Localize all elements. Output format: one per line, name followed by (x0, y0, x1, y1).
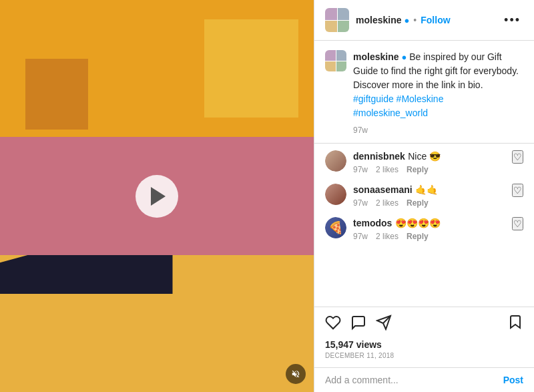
header-info: moleskine ● • Follow (356, 15, 501, 25)
comment-likes-3: 2 likes (376, 232, 398, 241)
comment-meta-1: 97w 2 likes Reply (353, 165, 523, 174)
comment-username-2[interactable]: sonaasemani (353, 184, 413, 195)
comment-text-2: 🤙🤙 (415, 184, 438, 195)
caption-text: moleskine● Be inspired by our Gift Guide… (353, 50, 523, 136)
mute-button[interactable] (286, 364, 306, 384)
bookmark-button[interactable] (507, 314, 523, 334)
comment-time-1: 97w (353, 165, 368, 174)
comment-time-2: 97w (353, 198, 368, 208)
comment-likes-1: 2 likes (376, 165, 398, 174)
post-date: DECEMBER 11, 2018 (325, 352, 523, 359)
caption-time: 97w (353, 124, 523, 136)
comment-avatar-2 (325, 184, 346, 205)
comment-body-1: dennisbnek Nice 😎 97w 2 likes Reply (353, 150, 523, 174)
comment-time-3: 97w (353, 232, 368, 241)
caption-avatar (325, 50, 346, 71)
play-button[interactable] (136, 175, 178, 218)
comment-reply-2[interactable]: Reply (407, 198, 429, 208)
comment-item: 🍕 temodos 😍😍😍😍 97w 2 likes Reply ♡ (325, 217, 523, 241)
header-username[interactable]: moleskine (356, 15, 401, 25)
caption-username[interactable]: moleskine (353, 51, 398, 62)
post-comment-button[interactable]: Post (503, 375, 523, 385)
comment-reply-3[interactable]: Reply (407, 232, 429, 241)
caption-area: moleskine● Be inspired by our Gift Guide… (314, 41, 534, 144)
comment-button[interactable] (350, 315, 366, 333)
caption-hashtags: #giftguide #Moleskine #moleskine_world (353, 92, 523, 120)
comments-area: dennisbnek Nice 😎 97w 2 likes Reply ♡ so… (314, 144, 534, 307)
share-button[interactable] (376, 315, 392, 333)
comment-like-2[interactable]: ♡ (512, 184, 523, 197)
action-icons (325, 314, 523, 334)
dot-separator: • (413, 15, 417, 25)
comment-like-1[interactable]: ♡ (512, 150, 523, 164)
video-panel (0, 0, 314, 392)
comment-text-1: Nice 😎 (408, 151, 441, 162)
comment-username-3[interactable]: temodos (353, 218, 392, 228)
views-count: 15,947 views (325, 339, 523, 350)
comment-item: dennisbnek Nice 😎 97w 2 likes Reply ♡ (325, 150, 523, 174)
comment-avatar-1 (325, 150, 346, 172)
comment-input[interactable] (325, 375, 503, 385)
verified-badge: ● (404, 15, 409, 25)
comment-username-1[interactable]: dennisbnek (353, 151, 405, 162)
comment-meta-2: 97w 2 likes Reply (353, 198, 523, 208)
comment-likes-2: 2 likes (376, 198, 398, 208)
comment-reply-1[interactable]: Reply (407, 165, 429, 174)
comment-body-3: temodos 😍😍😍😍 97w 2 likes Reply (353, 217, 523, 241)
comment-item: sonaasemani 🤙🤙 97w 2 likes Reply ♡ (325, 184, 523, 208)
play-icon (151, 187, 166, 206)
add-comment-row: Post (314, 367, 534, 392)
more-button[interactable]: ••• (501, 13, 523, 27)
avatar (325, 8, 349, 32)
like-button[interactable] (325, 315, 341, 333)
comment-like-3[interactable]: ♡ (512, 217, 523, 230)
post-header: moleskine ● • Follow ••• (314, 0, 534, 41)
comment-text-3: 😍😍😍😍 (395, 218, 441, 228)
comment-meta-3: 97w 2 likes Reply (353, 232, 523, 241)
comment-avatar-3: 🍕 (325, 217, 346, 238)
comment-body-2: sonaasemani 🤙🤙 97w 2 likes Reply (353, 184, 523, 208)
info-panel: moleskine ● • Follow ••• moleskine● Be i… (314, 0, 534, 392)
caption-verified: ● (401, 52, 407, 62)
follow-button[interactable]: Follow (421, 15, 450, 25)
action-bar: 15,947 views DECEMBER 11, 2018 (314, 307, 534, 367)
